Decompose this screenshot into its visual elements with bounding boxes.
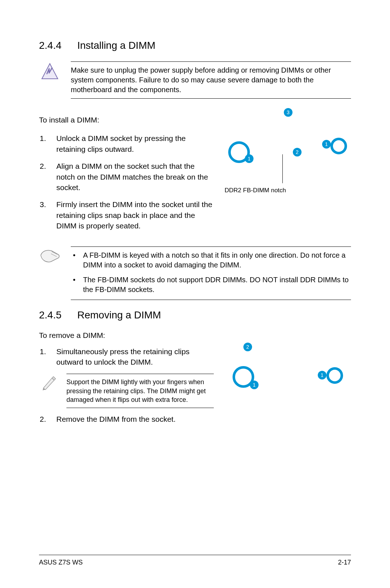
footer-rule <box>39 555 351 555</box>
retaining-clip-ring-icon <box>326 367 343 384</box>
section-heading-install: 2.4.4 Installing a DIMM <box>39 40 351 51</box>
divider <box>71 246 351 247</box>
remove-steps: Simultaneously press the retaining clips… <box>39 346 214 368</box>
diagram-marker: 3 <box>284 108 292 117</box>
install-content: To install a DIMM: Unlock a DIMM socket … <box>39 108 351 238</box>
remove-intro: To remove a DIMM: <box>39 331 351 340</box>
page-footer: ASUS Z7S WS 2-17 <box>39 555 351 566</box>
notch-pointer-line <box>282 154 283 183</box>
warning-text: Make sure to unplug the power supply bef… <box>71 65 351 95</box>
section-heading-remove: 2.4.5 Removing a DIMM <box>39 309 351 321</box>
note-item: The FB-DIMM sockets do not support DDR D… <box>71 275 351 295</box>
notch-label: DDR2 FB-DIMM notch <box>225 187 286 194</box>
section-title: Removing a DIMM <box>77 309 161 321</box>
remove-step: Simultaneously press the retaining clips… <box>39 346 214 368</box>
note-pen-icon <box>39 374 59 408</box>
diagram-marker: 1 <box>245 154 254 163</box>
divider <box>71 98 351 99</box>
note-hand-icon <box>39 246 61 300</box>
diagram-marker: 2 <box>243 343 252 351</box>
diagram-marker: 1 <box>250 381 259 389</box>
section-number: 2.4.4 <box>39 40 64 51</box>
inline-note-text: Support the DIMM lightly with your finge… <box>66 378 214 404</box>
diagram-marker: 1 <box>322 140 331 149</box>
install-intro: To install a DIMM: <box>39 115 214 125</box>
divider <box>71 61 351 62</box>
note-item: A FB-DIMM is keyed with a notch so that … <box>71 250 351 270</box>
divider <box>71 300 351 300</box>
diagram-marker: 1 <box>318 371 326 379</box>
install-step: Align a DIMM on the socket such that the… <box>39 161 214 193</box>
note-callout: A FB-DIMM is keyed with a notch so that … <box>39 246 351 300</box>
install-step: Unlock a DIMM socket by pressing the ret… <box>39 133 214 154</box>
install-step: Firmly insert the DIMM into the socket u… <box>39 199 214 231</box>
retaining-clip-ring-icon <box>330 138 347 154</box>
install-steps: Unlock a DIMM socket by pressing the ret… <box>39 133 214 231</box>
footer-page-number: 2-17 <box>338 559 351 566</box>
install-diagram: 1 2 3 1 DDR2 FB-DIMM notch <box>221 108 351 195</box>
remove-content: Simultaneously press the retaining clips… <box>39 346 351 431</box>
warning-callout: Make sure to unplug the power supply bef… <box>39 61 351 99</box>
inline-note: Support the DIMM lightly with your finge… <box>39 374 214 408</box>
remove-diagram: 2 1 1 <box>221 346 351 408</box>
section-number: 2.4.5 <box>39 309 64 321</box>
warning-icon <box>39 61 61 99</box>
diagram-marker: 2 <box>293 148 302 156</box>
remove-step: Remove the DIMM from the socket. <box>39 414 214 424</box>
footer-product: ASUS Z7S WS <box>39 559 83 566</box>
remove-steps-cont: Remove the DIMM from the socket. <box>39 414 214 424</box>
section-title: Installing a DIMM <box>77 40 155 51</box>
